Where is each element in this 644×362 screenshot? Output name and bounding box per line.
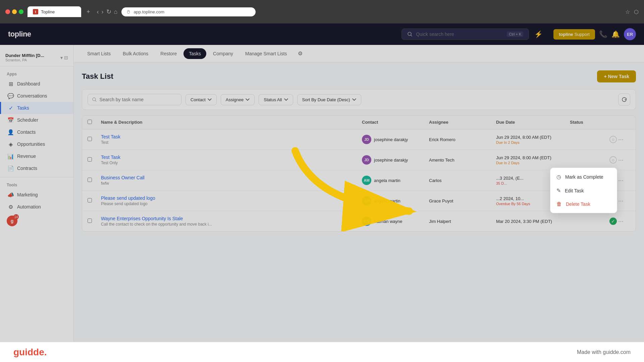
task-name-cell: Please send updated logo Please send upd… — [101, 195, 362, 206]
row-select-checkbox[interactable] — [88, 198, 92, 202]
user-avatar[interactable]: ER — [624, 28, 636, 40]
row-select-checkbox[interactable] — [88, 178, 92, 182]
sidebar-item-label: Tasks — [17, 105, 29, 111]
new-tab-button[interactable]: + — [87, 8, 90, 15]
scheduler-icon: 📅 — [8, 117, 14, 123]
more-button[interactable]: ⋯ — [617, 135, 625, 143]
status-check-icon[interactable]: ○ — [609, 136, 617, 143]
task-name-link[interactable]: Business Owner Call — [101, 175, 362, 180]
task-name-cell: Wayne Enterprises Opportunity Is Stale C… — [101, 216, 362, 227]
guidde-logo: guidde. — [13, 347, 47, 358]
task-desc: Test Only — [101, 161, 362, 165]
close-dot[interactable] — [5, 9, 10, 14]
search-icon — [407, 32, 413, 37]
sidebar-toggle-icon[interactable]: ⊟ — [64, 55, 68, 60]
new-task-button[interactable]: + New Task — [597, 70, 636, 82]
row-checkbox — [88, 218, 101, 224]
edit-task-icon: ✎ — [556, 187, 561, 194]
workspace-selector[interactable]: Dunder Mifflin [D... Scranton, PA ▾ ⊟ — [0, 49, 73, 66]
sidebar-item-label: Dashboard — [17, 81, 40, 86]
reload-button[interactable]: ↻ — [106, 8, 111, 15]
svg-point-0 — [127, 11, 130, 13]
due-date-text: Jun 29 2024, 8:00 AM (EDT) — [496, 155, 570, 160]
global-search-input[interactable] — [416, 32, 503, 37]
sidebar-item-conversations[interactable]: 💬 Conversations — [0, 90, 73, 102]
home-button[interactable]: ⌂ — [114, 8, 118, 15]
contact-avatar: JD — [362, 155, 371, 165]
sort-button[interactable]: Sort By Due Date (Desc) — [297, 94, 361, 105]
sidebar-item-dashboard[interactable]: ⊞ Dashboard — [0, 78, 73, 90]
bell-icon[interactable]: 🔔 — [611, 30, 620, 38]
tasks-icon: ✓ — [8, 105, 14, 111]
sidebar-item-automation[interactable]: ⚙ Automation — [0, 201, 73, 213]
contracts-icon: 📄 — [8, 165, 14, 171]
automation-icon: ⚙ — [8, 204, 14, 210]
context-edit-task[interactable]: ✎ Edit Task — [550, 184, 617, 197]
sidebar-item-contracts[interactable]: 📄 Contracts — [0, 162, 73, 174]
back-button[interactable]: ‹ — [97, 8, 99, 15]
minimize-dot[interactable] — [12, 9, 17, 14]
refresh-button[interactable] — [618, 94, 630, 106]
bookmark-icon[interactable]: ☆ — [625, 9, 630, 15]
task-name-link[interactable]: Wayne Enterprises Opportunity Is Stale — [101, 216, 362, 221]
status-filter-button[interactable]: Status All — [259, 94, 293, 105]
task-name-link[interactable]: Test Task — [101, 155, 362, 160]
more-button[interactable]: ⋯ — [617, 197, 625, 205]
more-button[interactable]: ⋯ — [617, 176, 625, 184]
context-delete-task[interactable]: 🗑 Delete Task — [550, 197, 617, 211]
search-shortcut: Ctrl + K — [507, 32, 523, 37]
tab-company[interactable]: Company — [208, 48, 238, 59]
support-button[interactable]: topline Support — [553, 29, 595, 40]
sidebar-item-label: Automation — [17, 204, 41, 209]
tab-smart-lists[interactable]: Smart Lists — [82, 48, 116, 59]
contact-cell: AM angela martin — [362, 196, 429, 205]
sidebar-item-contacts[interactable]: 👤 Contacts — [0, 126, 73, 138]
sidebar-item-label: Conversations — [17, 93, 47, 99]
extensions-icon[interactable]: ⬡ — [634, 9, 639, 15]
task-search-input[interactable] — [100, 97, 177, 102]
sidebar-item-marketing[interactable]: 📣 Marketing — [0, 189, 73, 201]
contact-name: josephine darakjy — [374, 158, 408, 163]
more-button[interactable]: ⋯ — [617, 217, 625, 225]
task-name-link[interactable]: Please send updated logo — [101, 195, 362, 201]
row-select-checkbox[interactable] — [88, 157, 92, 162]
mark-complete-label: Mark as Complete — [565, 174, 603, 180]
workspace-chevron-icon[interactable]: ▾ — [60, 55, 63, 60]
address-bar[interactable]: app.topline.com — [121, 7, 256, 16]
forward-button[interactable]: › — [102, 8, 104, 15]
tab-tasks[interactable]: Tasks — [183, 48, 206, 59]
tab-manage-smart-lists[interactable]: Manage Smart Lists — [240, 48, 292, 59]
more-button[interactable]: ⋯ — [617, 156, 625, 164]
select-all-checkbox[interactable] — [88, 120, 92, 124]
status-check-icon[interactable]: ○ — [609, 156, 617, 164]
maximize-dot[interactable] — [19, 9, 23, 14]
assignee-filter-button[interactable]: Assignee — [221, 94, 255, 105]
sort-label: Sort By Due Date (Desc) — [302, 97, 350, 102]
phone-icon[interactable]: 📞 — [599, 30, 607, 38]
task-name-link[interactable]: Test Task — [101, 134, 362, 139]
row-more-actions: ⋯ — [617, 176, 630, 184]
assignee-chevron-icon — [246, 98, 250, 102]
context-mark-complete[interactable]: ◷ Mark as Complete — [550, 170, 617, 184]
opportunities-icon: ◈ — [8, 141, 14, 147]
row-select-checkbox[interactable] — [88, 137, 92, 141]
browser-tab[interactable]: t Topline — [28, 6, 81, 17]
sort-chevron-icon — [352, 98, 356, 102]
lightning-icon[interactable]: ⚡ — [534, 30, 543, 38]
tab-settings-icon[interactable]: ⚙ — [295, 49, 305, 59]
contact-filter-button[interactable]: Contact — [185, 94, 217, 105]
row-select-checkbox[interactable] — [88, 219, 92, 223]
sidebar-item-opportunities[interactable]: ◈ Opportunities — [0, 138, 73, 150]
sidebar-divider — [0, 177, 73, 177]
sidebar-item-scheduler[interactable]: 📅 Scheduler — [0, 114, 73, 126]
col-checkbox — [88, 120, 101, 125]
g-badge[interactable]: g 14 — [7, 216, 17, 226]
tab-bulk-actions[interactable]: Bulk Actions — [117, 48, 154, 59]
assignee-filter-label: Assignee — [226, 97, 244, 102]
tab-restore[interactable]: Restore — [155, 48, 182, 59]
row-checkbox — [88, 157, 101, 163]
sidebar-item-tasks[interactable]: ✓ Tasks — [0, 102, 73, 114]
status-check-icon[interactable]: ✓ — [609, 218, 617, 225]
sidebar-item-revenue[interactable]: 📊 Revenue — [0, 150, 73, 162]
task-name-cell: Test Task Test Only — [101, 155, 362, 165]
